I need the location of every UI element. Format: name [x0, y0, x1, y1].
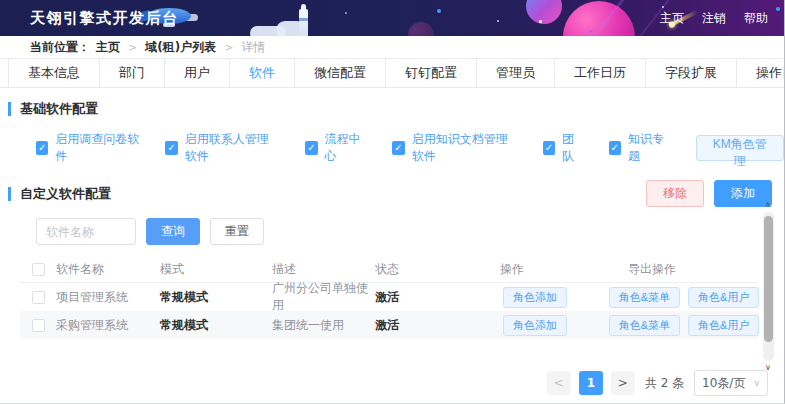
table-row: 采购管理系统 常规模式 集团统一使用 激活 角色添加 角色&菜单 角色&用户 — [20, 311, 758, 339]
export-role-user-button[interactable]: 角色&用户 — [688, 315, 759, 336]
custom-software-section-title: 自定义软件配置 — [8, 185, 111, 203]
chevron-up-icon[interactable]: ∧ — [765, 200, 771, 210]
scrollbar-track[interactable] — [763, 212, 774, 361]
cell-software-name: 采购管理系统 — [56, 317, 160, 334]
software-table: 软件名称 模式 描述 状态 操作 导出操作 项目管理系统 常规模式 广州分公司单… — [20, 257, 758, 339]
next-page-button[interactable]: > — [611, 371, 635, 395]
table-header-row: 软件名称 模式 描述 状态 操作 导出操作 — [20, 257, 758, 283]
section-accent-bar — [8, 187, 11, 201]
scrollbar-thumb[interactable] — [764, 216, 773, 342]
table-row: 项目管理系统 常规模式 广州分公司单独使用 激活 角色添加 角色&菜单 角色&用… — [20, 283, 758, 311]
column-header-description: 描述 — [272, 261, 375, 278]
checkbox-contact-software[interactable]: ✓ 启用联系人管理软件 — [165, 131, 279, 165]
export-role-menu-button[interactable]: 角色&菜单 — [609, 315, 680, 336]
breadcrumb-prefix: 当前位置： — [30, 39, 90, 56]
nav-home-link[interactable]: 主页 — [660, 10, 684, 27]
software-search-row: 查询 重置 — [36, 218, 784, 245]
remove-button[interactable]: 移除 — [646, 180, 704, 207]
column-header-status: 状态 — [375, 261, 460, 278]
breadcrumb-separator: > — [224, 41, 233, 54]
nav-logout-link[interactable]: 注销 — [702, 10, 726, 27]
breadcrumb-item-home[interactable]: 主页 — [96, 39, 120, 56]
star-icon — [539, 20, 542, 23]
table-action-buttons: 移除 添加 — [646, 180, 772, 207]
software-name-input[interactable] — [36, 218, 136, 245]
role-add-button[interactable]: 角色添加 — [503, 315, 567, 336]
breadcrumb-item-detail: 详情 — [241, 39, 265, 56]
column-header-name: 软件名称 — [56, 261, 160, 278]
checkbox-survey-software[interactable]: ✓ 启用调查问卷软件 — [36, 131, 139, 165]
checked-checkbox-icon: ✓ — [165, 141, 177, 155]
column-header-mode: 模式 — [160, 261, 272, 278]
lighthouse-icon — [299, 9, 308, 36]
cell-description: 广州分公司单独使用 — [272, 280, 375, 314]
planet-icon — [408, 22, 434, 36]
cell-status: 激活 — [375, 317, 460, 334]
breadcrumb-item-tenant-list[interactable]: 域(租)户列表 — [145, 39, 216, 56]
base-software-section-title: 基础软件配置 — [8, 100, 784, 118]
custom-software-section-header: 自定义软件配置 移除 添加 — [0, 180, 784, 207]
checked-checkbox-icon: ✓ — [392, 141, 404, 155]
prev-page-button[interactable]: < — [547, 371, 571, 395]
star-icon — [776, 7, 780, 11]
tab-admin[interactable]: 管理员 — [477, 59, 555, 87]
star-icon — [497, 20, 499, 22]
planet-icon — [526, 0, 562, 24]
row-checkbox[interactable] — [32, 291, 45, 304]
chevron-down-icon: ∨ — [753, 378, 760, 388]
tab-work-calendar[interactable]: 工作日历 — [555, 59, 646, 87]
checked-checkbox-icon: ✓ — [543, 141, 555, 155]
tab-software[interactable]: 软件 — [230, 59, 295, 87]
cell-description: 集团统一使用 — [272, 317, 375, 334]
role-add-button[interactable]: 角色添加 — [503, 287, 567, 308]
star-icon — [589, 30, 592, 33]
reset-button[interactable]: 重置 — [210, 218, 264, 245]
base-software-checkboxes: ✓ 启用调查问卷软件 ✓ 启用联系人管理软件 ✓ 流程中心 ✓ 启用知识文档管理… — [36, 131, 784, 165]
select-all-checkbox[interactable] — [32, 263, 45, 276]
total-count-label: 共 2 条 — [645, 375, 684, 392]
checkbox-knowledge-doc-software[interactable]: ✓ 启用知识文档管理软件 — [392, 131, 517, 165]
checkbox-knowledge-topic[interactable]: ✓ 知识专题 — [609, 131, 670, 165]
breadcrumb-separator: > — [128, 41, 137, 54]
cell-mode: 常规模式 — [160, 317, 272, 334]
header-nav: 主页 注销 帮助 — [660, 0, 768, 36]
cell-mode: 常规模式 — [160, 289, 272, 306]
table-scrollbar: ∧ ∨ — [762, 200, 774, 373]
nav-help-link[interactable]: 帮助 — [744, 10, 768, 27]
cell-status: 激活 — [375, 289, 460, 306]
star-icon — [437, 9, 441, 13]
app-window: 天翎引擎式开发后台 主页 注销 帮助 当前位置： 主页 > 域(租)户列表 > … — [0, 0, 785, 404]
tab-basic-info[interactable]: 基本信息 — [8, 59, 100, 87]
query-button[interactable]: 查询 — [146, 218, 200, 245]
app-header: 天翎引擎式开发后台 主页 注销 帮助 — [0, 0, 784, 36]
page-number-button[interactable]: 1 — [579, 371, 603, 395]
tab-bar: 基本信息 部门 用户 软件 微信配置 钉钉配置 管理员 工作日历 字段扩展 操作… — [0, 58, 784, 88]
tab-dingtalk-config[interactable]: 钉钉配置 — [386, 59, 477, 87]
tab-department[interactable]: 部门 — [100, 59, 165, 87]
checked-checkbox-icon: ✓ — [609, 141, 621, 155]
checked-checkbox-icon: ✓ — [36, 141, 48, 155]
cell-software-name: 项目管理系统 — [56, 289, 160, 306]
row-checkbox[interactable] — [32, 319, 45, 332]
tab-user[interactable]: 用户 — [165, 59, 230, 87]
page-size-value: 10条/页 — [702, 375, 745, 392]
chevron-left-icon: < — [554, 376, 564, 390]
tab-operation-log[interactable]: 操作日志 — [737, 59, 785, 87]
column-header-action: 操作 — [460, 261, 610, 278]
checkbox-process-center[interactable]: ✓ 流程中心 — [305, 131, 366, 165]
star-icon — [345, 12, 347, 14]
tab-field-extension[interactable]: 字段扩展 — [646, 59, 737, 87]
section-accent-bar — [8, 102, 11, 116]
checked-checkbox-icon: ✓ — [305, 141, 317, 155]
export-role-user-button[interactable]: 角色&用户 — [688, 287, 759, 308]
column-header-export: 导出操作 — [610, 261, 758, 278]
page-size-select[interactable]: 10条/页 ∨ — [694, 370, 768, 396]
chevron-right-icon: > — [618, 376, 628, 390]
tab-wechat-config[interactable]: 微信配置 — [295, 59, 386, 87]
checkbox-team[interactable]: ✓ 团队 — [543, 131, 583, 165]
export-role-menu-button[interactable]: 角色&菜单 — [609, 287, 680, 308]
pagination: < 1 > 共 2 条 10条/页 ∨ — [547, 370, 768, 396]
km-role-manage-button[interactable]: KM角色管理 — [696, 135, 784, 161]
app-title: 天翎引擎式开发后台 — [30, 9, 179, 28]
breadcrumb: 当前位置： 主页 > 域(租)户列表 > 详情 — [0, 36, 784, 58]
